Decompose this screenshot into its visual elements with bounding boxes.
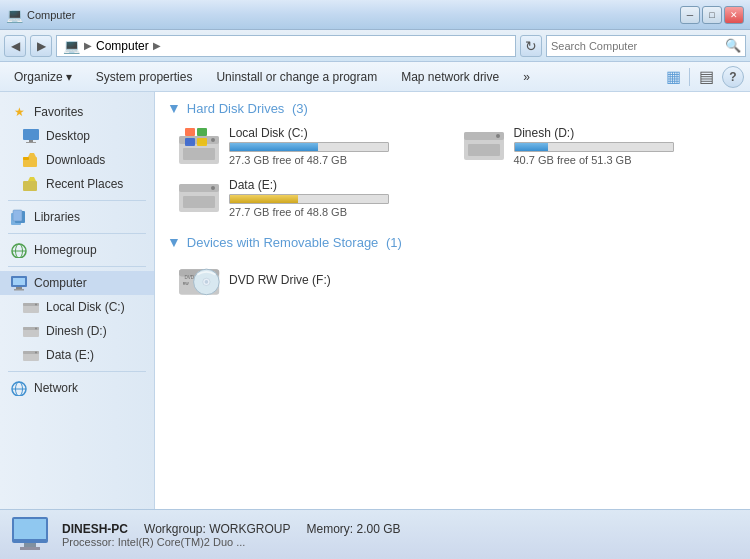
toolbar-right: ▦ ▤ ? (661, 66, 744, 88)
sidebar-item-dinesh-d[interactable]: Dinesh (D:) (0, 319, 154, 343)
sidebar-item-homegroup[interactable]: Homegroup (0, 238, 154, 262)
sidebar-item-downloads[interactable]: Downloads (0, 148, 154, 172)
network-icon (10, 379, 28, 397)
view-icon2: ▤ (699, 67, 714, 86)
map-network-button[interactable]: Map network drive (393, 66, 507, 88)
system-properties-button[interactable]: System properties (88, 66, 201, 88)
view-toggle-button[interactable]: ▦ (661, 66, 685, 88)
drive-local-c[interactable]: Local Disk (C:) 27.3 GB free of 48.7 GB (179, 126, 454, 168)
dvd-drive-icon: DVD RW (179, 260, 221, 302)
svg-rect-33 (183, 148, 215, 160)
local-c-progress-bg (229, 142, 389, 152)
data-e-space: 27.7 GB free of 48.8 GB (229, 206, 454, 218)
favorites-section: ★ Favorites Desktop Downloads Recent Pl (0, 100, 154, 196)
drives-grid: Local Disk (C:) 27.3 GB free of 48.7 GB (167, 126, 738, 220)
title-bar: 💻 Computer ─ □ ✕ (0, 0, 750, 30)
svg-rect-6 (23, 181, 37, 191)
hdd-count: (3) (292, 101, 308, 116)
hdd-collapse-arrow[interactable]: ▼ (167, 100, 181, 116)
refresh-button[interactable]: ↻ (520, 35, 542, 57)
svg-rect-56 (20, 547, 40, 550)
svg-rect-4 (23, 157, 29, 160)
toolbar-separator (689, 68, 690, 86)
svg-text:DVD: DVD (184, 275, 194, 280)
address-bar: ◀ ▶ 💻 ▶ Computer ▶ ↻ 🔍 (0, 30, 750, 62)
sidebar-item-favorites[interactable]: ★ Favorites (0, 100, 154, 124)
svg-point-23 (35, 328, 37, 330)
dvd-name: DVD RW Drive (F:) (229, 273, 331, 287)
sidebar-item-data-e[interactable]: Data (E:) (0, 343, 154, 367)
close-button[interactable]: ✕ (724, 6, 744, 24)
desktop-label: Desktop (46, 129, 90, 143)
svg-point-20 (35, 304, 37, 306)
maximize-button[interactable]: □ (702, 6, 722, 24)
search-box: 🔍 (546, 35, 746, 57)
divider-1 (8, 200, 146, 201)
drive-dinesh-d[interactable]: Dinesh (D:) 40.7 GB free of 51.3 GB (464, 126, 739, 168)
status-pc-name: DINESH-PC (62, 522, 128, 536)
help-icon: ? (729, 70, 736, 84)
removable-grid: DVD RW DVD RW Drive (F:) (167, 260, 738, 302)
status-workgroup: Workgroup: WORKGROUP (144, 522, 290, 536)
dinesh-d-space: 40.7 GB free of 51.3 GB (514, 154, 739, 166)
dvd-drive-item[interactable]: DVD RW DVD RW Drive (F:) (179, 260, 331, 302)
data-e-drive-icon (179, 178, 221, 220)
svg-point-50 (205, 280, 209, 284)
desktop-icon (22, 127, 40, 145)
sidebar-item-libraries[interactable]: Libraries (0, 205, 154, 229)
uninstall-button[interactable]: Uninstall or change a program (208, 66, 385, 88)
address-path-icon: 💻 (63, 38, 80, 54)
svg-rect-10 (13, 210, 22, 221)
svg-point-32 (211, 138, 215, 142)
sidebar-item-network[interactable]: Network (0, 376, 154, 400)
organize-button[interactable]: Organize ▾ (6, 66, 80, 88)
downloads-icon (22, 151, 40, 169)
computer-icon (10, 274, 28, 292)
sidebar-item-desktop[interactable]: Desktop (0, 124, 154, 148)
dinesh-d-label: Dinesh (D:) (46, 324, 107, 338)
sidebar-item-local-c[interactable]: Local Disk (C:) (0, 295, 154, 319)
details-view-button[interactable]: ▤ (694, 66, 718, 88)
computer-label: Computer (34, 276, 87, 290)
homegroup-label: Homegroup (34, 243, 97, 257)
svg-point-40 (496, 134, 500, 138)
removable-collapse-arrow[interactable]: ▼ (167, 234, 181, 250)
libraries-section: Libraries (0, 205, 154, 229)
svg-marker-7 (28, 177, 36, 181)
back-button[interactable]: ◀ (4, 35, 26, 57)
status-pc-icon (10, 515, 50, 555)
status-line1: DINESH-PC Workgroup: WORKGROUP Memory: 2… (62, 522, 401, 536)
hdd-label: Hard Disk Drives (187, 101, 285, 116)
svg-rect-15 (13, 278, 25, 285)
more-button[interactable]: » (515, 66, 538, 88)
organize-label: Organize (14, 70, 63, 84)
recent-places-label: Recent Places (46, 177, 123, 191)
dinesh-d-icon (22, 322, 40, 340)
svg-rect-2 (26, 142, 36, 143)
drive-data-e[interactable]: Data (E:) 27.7 GB free of 48.8 GB (179, 178, 454, 220)
dinesh-d-name: Dinesh (D:) (514, 126, 739, 140)
hard-disk-section-header: ▼ Hard Disk Drives (3) (167, 100, 738, 116)
network-section: Network (0, 376, 154, 400)
search-input[interactable] (551, 40, 721, 52)
minimize-button[interactable]: ─ (680, 6, 700, 24)
svg-rect-54 (14, 519, 46, 539)
address-path[interactable]: 💻 ▶ Computer ▶ (56, 35, 516, 57)
dinesh-d-progress-fill (515, 143, 548, 151)
sidebar-item-computer[interactable]: Computer (0, 271, 154, 295)
forward-button[interactable]: ▶ (30, 35, 52, 57)
svg-rect-37 (197, 138, 207, 146)
organize-arrow: ▾ (66, 70, 72, 84)
data-e-name: Data (E:) (229, 178, 454, 192)
sidebar-item-recent-places[interactable]: Recent Places (0, 172, 154, 196)
favorites-label: Favorites (34, 105, 83, 119)
help-button[interactable]: ? (722, 66, 744, 88)
path-arrow2: ▶ (153, 40, 161, 51)
local-c-space: 27.3 GB free of 48.7 GB (229, 154, 454, 166)
homegroup-icon (10, 241, 28, 259)
libraries-icon (10, 208, 28, 226)
path-arrow1: ▶ (84, 40, 92, 51)
local-c-name: Local Disk (C:) (229, 126, 454, 140)
svg-rect-41 (468, 144, 500, 156)
removable-label: Devices with Removable Storage (187, 235, 378, 250)
